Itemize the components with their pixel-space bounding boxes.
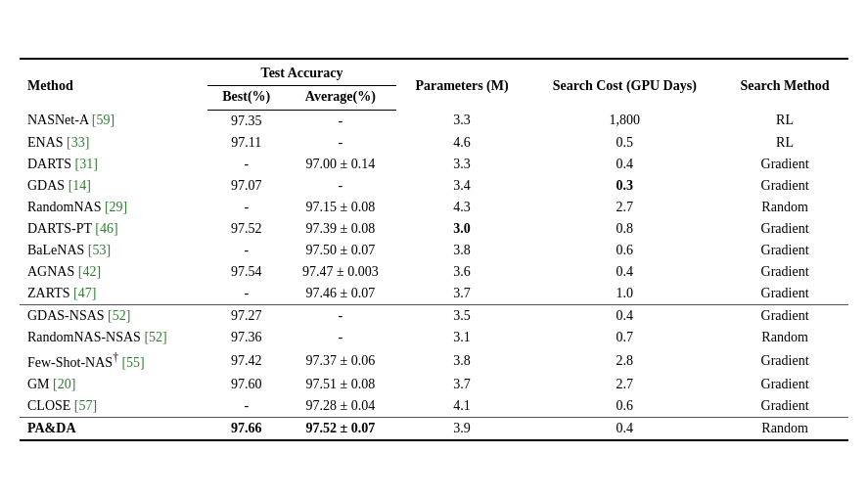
last-best-cell: 97.66 [207, 418, 285, 440]
best-cell: 97.36 [207, 327, 285, 348]
parameters-cell: 4.1 [396, 395, 528, 418]
search-cost-cell: 2.8 [527, 348, 721, 374]
parameters-cell: 3.7 [396, 283, 528, 305]
best-cell: - [207, 197, 285, 218]
search-method-cell: Gradient [721, 261, 848, 283]
average-cell: 97.47 ± 0.003 [285, 261, 396, 283]
average-cell: - [285, 132, 396, 154]
last-average-cell: 97.52 ± 0.07 [285, 418, 396, 440]
parameters-cell: 4.6 [396, 132, 528, 154]
search-method-cell: Gradient [721, 240, 848, 261]
average-cell: 97.50 ± 0.07 [285, 240, 396, 261]
best-cell: - [207, 395, 285, 418]
reference-link: [57] [74, 398, 97, 413]
search-cost-cell: 0.6 [527, 240, 721, 261]
average-cell: 97.51 ± 0.08 [285, 374, 396, 395]
method-cell: RandomNAS [29] [20, 197, 207, 218]
reference-link: [55] [121, 355, 144, 370]
search-method-cell: RL [721, 132, 848, 154]
parameters-cell: 3.7 [396, 374, 528, 395]
parameters-cell: 3.5 [396, 305, 528, 327]
search-cost-cell: 1.0 [527, 283, 721, 305]
reference-link: [52] [108, 308, 130, 323]
parameters-cell: 3.4 [396, 175, 528, 197]
reference-link: [33] [67, 135, 89, 150]
parameters-cell: 4.3 [396, 197, 528, 218]
search-cost-cell: 2.7 [527, 197, 721, 218]
best-cell: 97.52 [207, 218, 285, 240]
method-cell: AGNAS [42] [20, 261, 207, 283]
search-method-cell: Gradient [721, 218, 848, 240]
search-cost-header: Search Cost (GPU Days) [527, 59, 721, 111]
average-cell: - [285, 305, 396, 327]
average-cell: 97.46 ± 0.07 [285, 283, 396, 305]
search-method-cell: Gradient [721, 175, 848, 197]
best-cell: - [207, 154, 285, 175]
average-header: Average(%) [285, 85, 396, 110]
search-cost-cell: 0.6 [527, 395, 721, 418]
table-row: BaLeNAS [53]-97.50 ± 0.073.80.6Gradient [20, 240, 848, 261]
average-cell: - [285, 110, 396, 132]
search-cost-cell: 0.4 [527, 154, 721, 175]
best-cell: 97.35 [207, 110, 285, 132]
parameters-header: Parameters (M) [396, 59, 528, 111]
table-body: NASNet-A [59]97.35-3.31,800RLENAS [33]97… [20, 110, 848, 440]
table-row: DARTS-PT [46]97.5297.39 ± 0.083.00.8Grad… [20, 218, 848, 240]
reference-link: [29] [105, 200, 127, 214]
method-cell: NASNet-A [59] [20, 110, 207, 132]
best-cell: 97.42 [207, 348, 285, 374]
search-method-cell: Gradient [721, 283, 848, 305]
parameters-cell: 3.8 [396, 240, 528, 261]
table-container: Method Test Accuracy Parameters (M) Sear… [20, 58, 848, 442]
search-method-cell: Gradient [721, 395, 848, 418]
search-cost-cell: 0.3 [527, 175, 721, 197]
search-method-cell: Gradient [721, 348, 848, 374]
table-row: GDAS-NSAS [52]97.27-3.50.4Gradient [20, 305, 848, 327]
search-cost-cell: 2.7 [527, 374, 721, 395]
average-cell: 97.28 ± 0.04 [285, 395, 396, 418]
best-header: Best(%) [207, 85, 285, 110]
method-cell: Few-Shot-NAS† [55] [20, 348, 207, 374]
average-cell: 97.00 ± 0.14 [285, 154, 396, 175]
table-row: CLOSE [57]-97.28 ± 0.044.10.6Gradient [20, 395, 848, 418]
search-method-cell: Random [721, 327, 848, 348]
reference-link: [20] [53, 377, 75, 391]
search-cost-cell: 0.5 [527, 132, 721, 154]
search-cost-cell: 1,800 [527, 110, 721, 132]
average-cell: 97.37 ± 0.06 [285, 348, 396, 374]
search-method-cell: RL [721, 110, 848, 132]
reference-link: [52] [144, 330, 166, 344]
search-cost-cell: 0.7 [527, 327, 721, 348]
reference-link: [47] [73, 286, 96, 300]
method-cell: GDAS-NSAS [52] [20, 305, 207, 327]
table-row: NASNet-A [59]97.35-3.31,800RL [20, 110, 848, 132]
table-row: AGNAS [42]97.5497.47 ± 0.0033.60.4Gradie… [20, 261, 848, 283]
reference-link: [59] [92, 113, 114, 127]
last-search-method-cell: Random [721, 418, 848, 440]
best-cell: 97.07 [207, 175, 285, 197]
method-header: Method [20, 59, 207, 111]
average-cell: - [285, 175, 396, 197]
parameters-cell: 3.6 [396, 261, 528, 283]
average-cell: 97.15 ± 0.08 [285, 197, 396, 218]
reference-link: [31] [75, 157, 98, 171]
search-method-cell: Random [721, 197, 848, 218]
search-method-cell: Gradient [721, 154, 848, 175]
table-row: ZARTS [47]-97.46 ± 0.073.71.0Gradient [20, 283, 848, 305]
method-cell: ZARTS [47] [20, 283, 207, 305]
table-row: RandomNAS [29]-97.15 ± 0.084.32.7Random [20, 197, 848, 218]
method-cell: CLOSE [57] [20, 395, 207, 418]
search-cost-cell: 0.4 [527, 305, 721, 327]
reference-link: [42] [78, 264, 101, 279]
last-row: PA&DA97.6697.52 ± 0.073.90.4Random [20, 418, 848, 440]
parameters-cell: 3.8 [396, 348, 528, 374]
table-row: Few-Shot-NAS† [55]97.4297.37 ± 0.063.82.… [20, 348, 848, 374]
test-accuracy-header: Test Accuracy [207, 59, 395, 86]
search-cost-cell: 0.4 [527, 261, 721, 283]
search-cost-cell: 0.8 [527, 218, 721, 240]
parameters-cell: 3.1 [396, 327, 528, 348]
results-table: Method Test Accuracy Parameters (M) Sear… [20, 58, 848, 442]
method-cell: ENAS [33] [20, 132, 207, 154]
parameters-cell: 3.0 [396, 218, 528, 240]
parameters-cell: 3.3 [396, 154, 528, 175]
